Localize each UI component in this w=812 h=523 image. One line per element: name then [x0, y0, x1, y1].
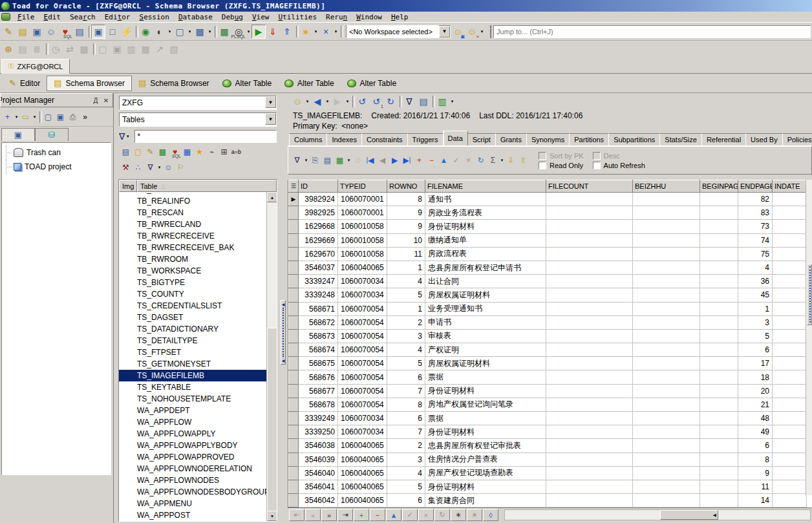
cell-id[interactable]: 3546037: [299, 261, 338, 274]
db-copy-icon[interactable]: ▩: [156, 146, 169, 158]
nav-bookmark-goto-icon[interactable]: ∗: [467, 509, 482, 521]
row-selector[interactable]: [289, 439, 299, 453]
row-selector[interactable]: [289, 466, 299, 480]
cell-filename[interactable]: 票据: [425, 412, 546, 425]
cell-beginpage[interactable]: [700, 412, 738, 425]
filter-dropdown-icon[interactable]: ▾: [125, 129, 131, 144]
cell-id[interactable]: 3546039: [299, 453, 338, 466]
cell-filecount[interactable]: [546, 453, 633, 466]
new-file-icon[interactable]: ▢: [42, 111, 54, 123]
form-view-icon[interactable]: ▤: [321, 155, 334, 167]
cell-rowno[interactable]: 10: [387, 233, 425, 247]
calc-sum-dropdown-icon[interactable]: ▾: [499, 153, 505, 167]
cell-endpage[interactable]: 21: [738, 398, 773, 411]
cell-filecount[interactable]: [546, 412, 633, 425]
cell-endpage[interactable]: 75: [738, 247, 773, 261]
cell-beginpage[interactable]: [700, 453, 738, 466]
object-palette-icon[interactable]: ◐: [153, 25, 167, 39]
cell-beginpage[interactable]: [700, 370, 738, 384]
cell-id[interactable]: 3546041: [299, 480, 338, 493]
cell-beizhhu[interactable]: [633, 370, 700, 384]
cell-id[interactable]: 568671: [299, 302, 338, 315]
refresh-object-icon[interactable]: ↺: [355, 94, 369, 109]
table-list-item[interactable]: TB_RWRECRECEIVE_BAK: [119, 242, 266, 253]
cell-typeid[interactable]: 1060070034: [338, 288, 387, 302]
menu-utilities[interactable]: Utilities: [273, 12, 321, 22]
cell-beizhhu[interactable]: [633, 439, 700, 453]
doc-tab-alter-table[interactable]: Alter Table: [216, 76, 278, 91]
cell-beginpage[interactable]: [700, 247, 738, 261]
cell-rowno[interactable]: 6: [387, 494, 425, 507]
cell-rowno[interactable]: 9: [387, 220, 425, 233]
form-view-icon[interactable]: ▤: [416, 94, 431, 109]
execute-icon[interactable]: ▶: [251, 25, 266, 39]
doc-tab-alter-table[interactable]: Alter Table: [278, 76, 340, 91]
cell-filecount[interactable]: [546, 220, 633, 233]
save-icon[interactable]: ▣: [54, 111, 67, 123]
grid-row[interactable]: 354603810600400652忠县房屋所有权登记审批表6: [289, 439, 807, 453]
script-icon[interactable]: ✎: [144, 146, 156, 158]
privileges-icon[interactable]: ☺: [162, 162, 175, 174]
grid-row[interactable]: 333924710600700344出让合同36: [289, 275, 807, 288]
cell-beginpage[interactable]: [700, 206, 738, 220]
cell-beginpage[interactable]: [700, 439, 738, 453]
cell-filecount[interactable]: [546, 357, 633, 370]
filter-icon[interactable]: ∇: [291, 155, 303, 167]
grid-row[interactable]: 56867310600700543审核表5: [289, 329, 807, 343]
cell-id[interactable]: 3339249: [299, 412, 338, 425]
table-list-item[interactable]: WA_APPFLOWNODERELATION: [119, 463, 266, 475]
cell-typeid[interactable]: 1060040065: [338, 261, 387, 274]
cell-rowno[interactable]: 5: [387, 480, 425, 493]
table-list-item[interactable]: WA_APPPOST: [119, 509, 266, 521]
table-list-item[interactable]: TS_KEYTABLE: [119, 381, 266, 393]
nav-cancel-icon[interactable]: ×: [418, 509, 434, 521]
table-list-item[interactable]: TS_CREDENTIALSLIST: [119, 300, 266, 312]
table-list-item[interactable]: WA_APPFLOWAPPLY: [119, 428, 266, 440]
cell-typeid[interactable]: 1060070054: [338, 398, 387, 411]
cell-beizhhu[interactable]: [633, 329, 700, 343]
cell-beginpage[interactable]: [700, 193, 738, 206]
refresh-row-icon[interactable]: ↺1: [369, 94, 383, 109]
grid-row[interactable]: 56867210600700542申请书3: [289, 315, 807, 329]
cell-indate[interactable]: [773, 480, 807, 493]
workspace-dropdown-icon[interactable]: ▼: [439, 26, 450, 37]
chart-dropdown-icon[interactable]: ▾: [449, 94, 455, 109]
more-icon[interactable]: »: [79, 111, 91, 123]
cell-filename[interactable]: 票据: [425, 370, 546, 384]
export-dataset-icon[interactable]: ▦: [334, 155, 346, 167]
cell-rowno[interactable]: 3: [387, 453, 425, 466]
cell-beginpage[interactable]: [700, 275, 738, 288]
cell-rowno[interactable]: 7: [387, 384, 425, 398]
cell-endpage[interactable]: 4: [738, 261, 773, 274]
table-list-item[interactable]: TS_COUNTY: [119, 288, 266, 300]
cell-endpage[interactable]: 14: [738, 494, 773, 507]
nav-first-icon[interactable]: ⇤: [289, 509, 304, 521]
menu-file[interactable]: File: [13, 12, 39, 22]
favorites-remove-icon[interactable]: ×: [319, 25, 333, 39]
back-dropdown-icon[interactable]: ▾: [325, 94, 330, 109]
table-list-item[interactable]: TB_RWRECRECEIVE: [119, 230, 266, 242]
detail-tab-triggers[interactable]: Triggers: [407, 133, 443, 145]
cell-indate[interactable]: [773, 412, 807, 425]
detail-tab-script[interactable]: Script: [467, 133, 496, 145]
cell-id[interactable]: 3546040: [299, 466, 338, 480]
grid-column-filecount[interactable]: FILECOUNT: [546, 180, 633, 193]
cell-beginpage[interactable]: [700, 494, 738, 507]
cell-beizhhu[interactable]: [633, 384, 700, 398]
grid-row[interactable]: 333924810600700345房屋权属证明材料45: [289, 288, 807, 302]
cell-indate[interactable]: [773, 370, 807, 384]
grid-column-filename[interactable]: FILENAME: [425, 180, 546, 193]
nav-edit-icon[interactable]: ▲: [386, 509, 401, 521]
cell-rowno[interactable]: 6: [387, 370, 425, 384]
rebuild-icon[interactable]: ⚒: [120, 162, 132, 174]
cell-filename[interactable]: 房地产权属登记询问笔录: [425, 398, 546, 411]
checkbox-read-only[interactable]: Read Only: [539, 162, 584, 169]
check-out-icon[interactable]: ⇑: [280, 25, 294, 39]
grid-column-rowno[interactable]: ROWNO: [387, 180, 425, 193]
row-selector[interactable]: [289, 453, 299, 466]
grid-row[interactable]: ▶398292410600700018通知书82: [289, 193, 807, 206]
cell-beizhhu[interactable]: [633, 425, 700, 439]
detail-tab-subpartitions[interactable]: Subpartitions: [608, 133, 660, 145]
detail-tab-used-by[interactable]: Used By: [745, 133, 783, 145]
cell-endpage[interactable]: 82: [738, 193, 773, 206]
